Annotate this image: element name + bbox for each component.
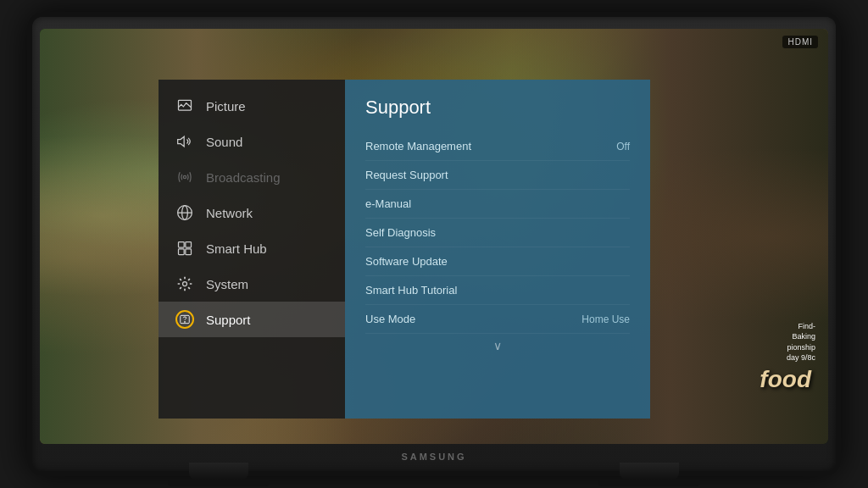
sidebar-item-network-label: Network [206,206,253,220]
sidebar-item-sound[interactable]: Sound [159,124,345,159]
sidebar-item-picture[interactable]: Picture [159,88,345,124]
sidebar-item-smart-hub-label: Smart Hub [206,241,267,256]
tv-stand-right [620,463,679,480]
sidebar-item-smart-hub[interactable]: Smart Hub [159,230,345,266]
tv-brand-label: SAMSUNG [401,452,466,462]
sidebar-menu: Picture Sound Broadcasting [159,80,345,419]
food-channel-logo: food [760,366,811,393]
sidebar-item-system-label: System [206,277,248,291]
svg-rect-8 [179,249,185,255]
sidebar-item-picture-label: Picture [206,99,246,114]
sidebar-item-system[interactable]: System [159,266,345,302]
panel-title: Support [365,97,630,119]
tv-stands [32,463,836,486]
use-mode-value: Home Use [581,313,630,325]
svg-rect-6 [179,242,185,248]
panel-item-remote-management[interactable]: Remote Management Off [365,132,630,161]
smart-hub-tutorial-label: Smart Hub Tutorial [365,284,457,297]
sidebar-item-network[interactable]: Network [159,195,345,230]
svg-rect-9 [186,249,192,255]
sidebar-item-sound-label: Sound [206,135,242,149]
network-icon [175,203,194,222]
panel-item-request-support[interactable]: Request Support [365,161,630,190]
scroll-indicator: ∨ [365,339,630,352]
e-manual-label: e-Manual [365,197,411,210]
panel-item-e-manual[interactable]: e-Manual [365,190,630,219]
broadcasting-icon [175,168,194,186]
svg-rect-7 [186,242,192,248]
tv-stand-foot-left [168,480,270,486]
smart-hub-icon [175,239,194,258]
support-icon [175,310,194,329]
request-support-label: Request Support [365,169,448,181]
sidebar-item-broadcasting-label: Broadcasting [206,170,281,185]
remote-management-value: Off [616,141,630,152]
sidebar-item-broadcasting[interactable]: Broadcasting [159,159,345,195]
food-channel-subtitle: Find- Baking pionship day 9/8c [787,321,815,363]
panel-item-self-diagnosis[interactable]: Self Diagnosis [365,219,630,247]
menu-overlay: Picture Sound Broadcasting [159,80,650,419]
tv-frame: HDMI Find- Baking pionship day 9/8c food… [27,12,841,476]
self-diagnosis-label: Self Diagnosis [365,226,436,239]
sidebar-item-support[interactable]: Support [159,302,345,337]
picture-icon [175,97,194,115]
panel-item-software-update[interactable]: Software Update [365,247,630,276]
support-panel: Support Remote Management Off Request Su… [345,80,650,419]
sidebar-item-support-label: Support [206,313,251,327]
software-update-label: Software Update [365,255,448,268]
svg-point-11 [185,321,186,322]
svg-marker-1 [178,136,185,147]
panel-item-smart-hub-tutorial[interactable]: Smart Hub Tutorial [365,276,630,305]
hdmi-badge: HDMI [782,36,818,48]
svg-point-10 [183,282,187,286]
svg-point-2 [183,175,186,178]
tv-stand-left [189,463,248,480]
system-icon [175,274,194,293]
tv-screen: HDMI Find- Baking pionship day 9/8c food… [40,29,828,444]
tv-stand-foot-right [598,480,700,486]
remote-management-label: Remote Management [365,140,471,152]
sound-icon [175,132,194,151]
use-mode-label: Use Mode [365,313,415,325]
panel-item-use-mode[interactable]: Use Mode Home Use [365,305,630,334]
